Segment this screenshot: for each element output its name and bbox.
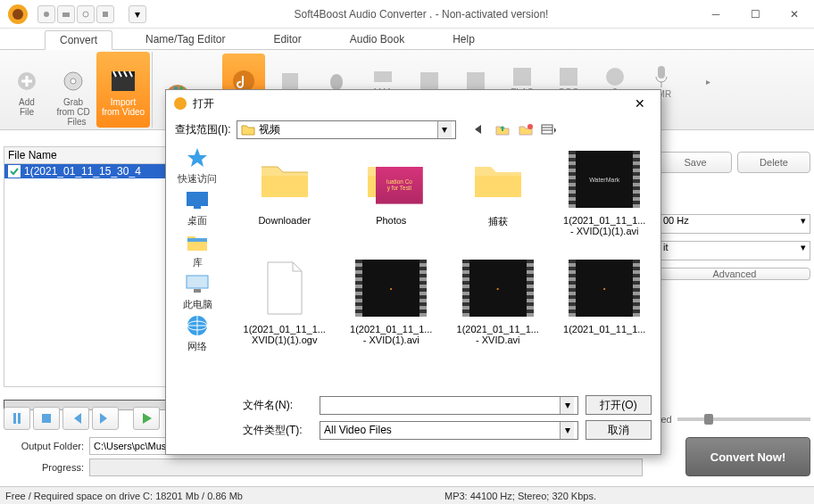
format-more-button[interactable]: ▸ <box>686 54 729 109</box>
item-video-2[interactable]: • 1(2021_01_11_1... - XVID(1).avi <box>339 256 444 363</box>
place-libraries[interactable]: 库 <box>183 229 212 269</box>
chevron-down-icon[interactable]: ▾ <box>560 422 574 439</box>
tab-name-tag-editor[interactable]: Name/Tag Editor <box>130 29 240 49</box>
place-thispc[interactable]: 此电脑 <box>183 271 212 311</box>
place-network[interactable]: 网络 <box>183 313 212 353</box>
quick-btn-4[interactable] <box>96 5 114 23</box>
places-bar: 快速访问 桌面 库 此电脑 网络 <box>166 142 228 390</box>
cancel-button[interactable]: 取消 <box>586 420 652 440</box>
back-button[interactable] <box>470 120 488 138</box>
chevron-down-icon[interactable]: ▾ <box>437 121 452 138</box>
dialog-close-button[interactable]: ✕ <box>627 93 653 114</box>
samplerate-select[interactable]: 00 Hz▾ <box>659 214 810 234</box>
filename-label: 文件名(N): <box>243 398 312 413</box>
prev-button[interactable] <box>62 407 89 430</box>
filename-combo[interactable]: ▾ <box>320 396 578 415</box>
bitdepth-select[interactable]: it▾ <box>659 241 810 260</box>
svg-rect-17 <box>282 73 298 89</box>
minimize-button[interactable]: ─ <box>696 0 735 29</box>
tab-editor[interactable]: Editor <box>258 29 316 49</box>
window-title: Soft4Boost Audio Converter . - Non-activ… <box>146 8 696 21</box>
item-video-3[interactable]: • 1(2021_01_11_1... - XVID.avi <box>445 256 551 363</box>
svg-rect-22 <box>560 68 577 86</box>
tab-convert[interactable]: Convert <box>45 30 112 50</box>
item-video-4[interactable]: • 1(2021_01_11_1... <box>552 256 658 363</box>
dialog-body: 快速访问 桌面 库 此电脑 网络 Downloader <box>166 142 660 390</box>
play-button[interactable] <box>133 407 160 430</box>
quick-dropdown[interactable]: ▾ <box>129 5 146 23</box>
right-panel: Save Delete 00 Hz▾ it▾ Advanced <box>659 152 810 280</box>
svg-rect-3 <box>62 12 70 17</box>
output-folder-label: Output Folder: <box>4 441 84 451</box>
dialog-icon <box>173 96 187 111</box>
item-file-blank[interactable]: 1(2021_01_11_1... XVID(1)(1).ogv <box>232 256 337 363</box>
clapper-icon <box>109 67 137 95</box>
svg-rect-26 <box>13 413 16 424</box>
tab-audio-book[interactable]: Audio Book <box>335 29 419 49</box>
quick-btn-1[interactable] <box>37 5 55 23</box>
title-bar: ▾ Soft4Boost Audio Converter . - Non-act… <box>0 0 814 29</box>
svg-rect-24 <box>658 66 665 78</box>
next-button[interactable] <box>92 407 119 430</box>
svg-rect-9 <box>112 77 135 91</box>
svg-point-1 <box>12 9 23 20</box>
svg-rect-28 <box>42 414 51 423</box>
status-bar: Free / Required space on drive C: 18201 … <box>0 486 814 504</box>
svg-point-30 <box>527 124 533 129</box>
svg-rect-35 <box>187 276 208 288</box>
place-desktop[interactable]: 桌面 <box>183 187 212 227</box>
desktop-icon <box>183 187 212 212</box>
svg-rect-31 <box>542 125 552 134</box>
item-folder-downloader[interactable]: Downloader <box>232 147 337 254</box>
quick-btn-2[interactable] <box>57 5 75 23</box>
item-folder-photos[interactable]: luation Coy for Testi Photos <box>339 147 444 254</box>
svg-rect-33 <box>194 206 201 209</box>
tab-help[interactable]: Help <box>437 29 490 49</box>
menu-tabs: Convert Name/Tag Editor Editor Audio Boo… <box>0 29 814 50</box>
item-video-1[interactable]: WaterMark 1(2021_01_11_1... - XVID(1)(1)… <box>552 147 658 254</box>
maximize-button[interactable]: ☐ <box>735 0 775 29</box>
quick-btn-3[interactable] <box>77 5 95 23</box>
filetype-combo[interactable]: All Video Files▾ <box>320 421 578 440</box>
svg-rect-34 <box>187 238 207 242</box>
chevron-down-icon[interactable]: ▾ <box>560 397 574 414</box>
check-icon <box>8 165 21 178</box>
dialog-lookin-row: 查找范围(I): 视频 ▾ <box>166 117 660 142</box>
open-dialog: 打开 ✕ 查找范围(I): 视频 ▾ 快速访问 桌面 <box>165 89 661 455</box>
svg-rect-27 <box>18 413 21 424</box>
open-button[interactable]: 打开(O) <box>586 395 652 415</box>
folder-icon <box>471 158 525 201</box>
save-button[interactable]: Save <box>659 152 732 173</box>
file-grid[interactable]: Downloader luation Coy for Testi Photos … <box>228 142 660 390</box>
stop-button[interactable] <box>33 407 60 430</box>
delete-button[interactable]: Delete <box>737 152 810 173</box>
dialog-bottom: 文件名(N): ▾ 打开(O) 文件类型(T): All Video Files… <box>166 390 660 454</box>
svg-rect-5 <box>103 12 108 17</box>
place-quickaccess[interactable]: 快速访问 <box>178 145 217 186</box>
progress-field <box>89 459 643 476</box>
svg-rect-21 <box>513 68 531 86</box>
item-folder-capture[interactable]: 捕获 <box>445 147 551 254</box>
dialog-title: 打开 <box>193 96 627 112</box>
file-icon <box>262 260 307 316</box>
close-button[interactable]: ✕ <box>775 0 814 29</box>
pause-button[interactable] <box>4 407 30 430</box>
led-slider[interactable]: led <box>659 410 810 428</box>
new-folder-button[interactable] <box>517 120 535 138</box>
up-folder-button[interactable] <box>494 120 511 138</box>
view-menu-button[interactable] <box>540 120 558 138</box>
svg-point-8 <box>71 78 76 84</box>
convert-now-button[interactable]: Convert Now! <box>685 437 810 476</box>
svg-point-4 <box>83 12 88 17</box>
svg-rect-20 <box>467 72 485 90</box>
progress-label: Progress: <box>4 462 84 473</box>
network-icon <box>183 313 212 338</box>
advanced-button[interactable]: Advanced <box>659 268 810 280</box>
svg-rect-25 <box>8 165 21 178</box>
dialog-titlebar[interactable]: 打开 ✕ <box>166 90 660 117</box>
lookin-combo[interactable]: 视频 ▾ <box>237 120 456 139</box>
computer-icon <box>183 271 212 296</box>
svg-rect-19 <box>420 72 438 90</box>
cd-icon <box>59 67 87 95</box>
svg-rect-36 <box>194 289 201 293</box>
